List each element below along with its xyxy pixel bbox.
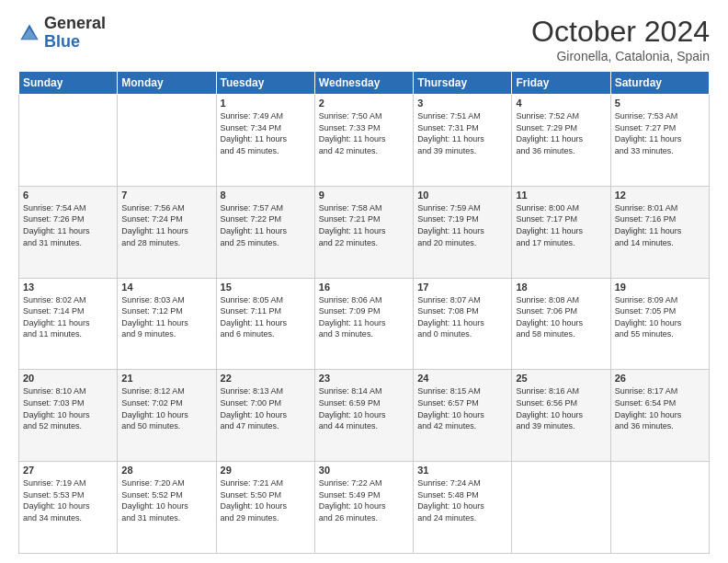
day-number: 2 [319,98,409,109]
calendar-cell: 28Sunrise: 7:20 AM Sunset: 5:52 PM Dayli… [118,462,216,554]
day-info: Sunrise: 7:51 AM Sunset: 7:31 PM Dayligh… [417,110,507,156]
day-number: 14 [121,282,211,293]
col-saturday: Saturday [610,72,709,95]
day-number: 11 [516,190,606,201]
calendar-cell: 4Sunrise: 7:52 AM Sunset: 7:29 PM Daylig… [512,95,610,187]
calendar-cell: 9Sunrise: 7:58 AM Sunset: 7:21 PM Daylig… [314,186,413,278]
day-number: 13 [23,282,113,293]
logo-text: General Blue [44,15,106,52]
calendar-cell: 5Sunrise: 7:53 AM Sunset: 7:27 PM Daylig… [610,95,709,187]
day-number: 31 [417,465,507,476]
day-info: Sunrise: 7:20 AM Sunset: 5:52 PM Dayligh… [121,477,211,523]
calendar-cell [19,95,118,187]
calendar-cell: 20Sunrise: 8:10 AM Sunset: 7:03 PM Dayli… [19,370,118,462]
calendar-cell: 19Sunrise: 8:09 AM Sunset: 7:05 PM Dayli… [610,278,709,370]
day-info: Sunrise: 8:15 AM Sunset: 6:57 PM Dayligh… [417,385,507,431]
day-info: Sunrise: 7:52 AM Sunset: 7:29 PM Dayligh… [516,110,606,156]
calendar-cell: 16Sunrise: 8:06 AM Sunset: 7:09 PM Dayli… [314,278,413,370]
calendar-cell: 7Sunrise: 7:56 AM Sunset: 7:24 PM Daylig… [118,186,216,278]
day-number: 28 [121,465,211,476]
calendar-cell: 13Sunrise: 8:02 AM Sunset: 7:14 PM Dayli… [19,278,118,370]
day-info: Sunrise: 8:16 AM Sunset: 6:56 PM Dayligh… [516,385,606,431]
day-info: Sunrise: 7:50 AM Sunset: 7:33 PM Dayligh… [319,110,409,156]
day-number: 20 [23,373,113,384]
col-sunday: Sunday [19,72,118,95]
day-number: 12 [615,190,705,201]
day-number: 21 [121,373,211,384]
calendar-cell: 18Sunrise: 8:08 AM Sunset: 7:06 PM Dayli… [512,278,610,370]
day-info: Sunrise: 8:17 AM Sunset: 6:54 PM Dayligh… [615,385,705,431]
day-info: Sunrise: 7:22 AM Sunset: 5:49 PM Dayligh… [319,477,409,523]
col-thursday: Thursday [414,72,512,95]
calendar-cell: 11Sunrise: 8:00 AM Sunset: 7:17 PM Dayli… [512,186,610,278]
day-info: Sunrise: 8:09 AM Sunset: 7:05 PM Dayligh… [615,294,705,340]
day-info: Sunrise: 7:54 AM Sunset: 7:26 PM Dayligh… [23,202,113,248]
day-number: 29 [221,465,311,476]
calendar-week-5: 27Sunrise: 7:19 AM Sunset: 5:53 PM Dayli… [19,462,710,554]
calendar-cell: 26Sunrise: 8:17 AM Sunset: 6:54 PM Dayli… [610,370,709,462]
day-number: 18 [516,282,606,293]
day-info: Sunrise: 7:53 AM Sunset: 7:27 PM Dayligh… [615,110,705,156]
calendar-cell: 31Sunrise: 7:24 AM Sunset: 5:48 PM Dayli… [414,462,512,554]
month-title: October 2024 [531,15,710,49]
calendar-cell: 22Sunrise: 8:13 AM Sunset: 7:00 PM Dayli… [216,370,314,462]
day-info: Sunrise: 8:08 AM Sunset: 7:06 PM Dayligh… [516,294,606,340]
calendar-week-4: 20Sunrise: 8:10 AM Sunset: 7:03 PM Dayli… [19,370,710,462]
col-tuesday: Tuesday [216,72,314,95]
day-number: 15 [221,282,311,293]
day-number: 10 [417,190,507,201]
day-number: 22 [221,373,311,384]
calendar-cell: 30Sunrise: 7:22 AM Sunset: 5:49 PM Dayli… [314,462,413,554]
day-info: Sunrise: 7:57 AM Sunset: 7:22 PM Dayligh… [221,202,311,248]
day-info: Sunrise: 8:00 AM Sunset: 7:17 PM Dayligh… [516,202,606,248]
day-number: 3 [417,98,507,109]
day-info: Sunrise: 7:21 AM Sunset: 5:50 PM Dayligh… [221,477,311,523]
day-number: 17 [417,282,507,293]
calendar-header: Sunday Monday Tuesday Wednesday Thursday… [19,72,710,95]
calendar-cell [118,95,216,187]
calendar-cell [512,462,610,554]
day-info: Sunrise: 8:14 AM Sunset: 6:59 PM Dayligh… [319,385,409,431]
day-info: Sunrise: 7:59 AM Sunset: 7:19 PM Dayligh… [417,202,507,248]
col-friday: Friday [512,72,610,95]
calendar-cell: 17Sunrise: 8:07 AM Sunset: 7:08 PM Dayli… [414,278,512,370]
calendar-cell: 25Sunrise: 8:16 AM Sunset: 6:56 PM Dayli… [512,370,610,462]
header-row: Sunday Monday Tuesday Wednesday Thursday… [19,72,710,95]
day-number: 26 [615,373,705,384]
calendar-cell: 1Sunrise: 7:49 AM Sunset: 7:34 PM Daylig… [216,95,314,187]
col-wednesday: Wednesday [314,72,413,95]
logo-icon [18,22,40,44]
day-number: 8 [221,190,311,201]
calendar-week-2: 6Sunrise: 7:54 AM Sunset: 7:26 PM Daylig… [19,186,710,278]
calendar-cell: 15Sunrise: 8:05 AM Sunset: 7:11 PM Dayli… [216,278,314,370]
col-monday: Monday [118,72,216,95]
logo-blue-text: Blue [44,33,106,52]
calendar-cell: 10Sunrise: 7:59 AM Sunset: 7:19 PM Dayli… [414,186,512,278]
day-info: Sunrise: 7:24 AM Sunset: 5:48 PM Dayligh… [417,477,507,523]
day-info: Sunrise: 8:01 AM Sunset: 7:16 PM Dayligh… [615,202,705,248]
page: General Blue October 2024 Gironella, Cat… [0,0,728,563]
day-info: Sunrise: 8:07 AM Sunset: 7:08 PM Dayligh… [417,294,507,340]
calendar-cell: 29Sunrise: 7:21 AM Sunset: 5:50 PM Dayli… [216,462,314,554]
calendar-cell: 8Sunrise: 7:57 AM Sunset: 7:22 PM Daylig… [216,186,314,278]
day-number: 23 [319,373,409,384]
day-number: 4 [516,98,606,109]
day-info: Sunrise: 8:02 AM Sunset: 7:14 PM Dayligh… [23,294,113,340]
calendar-cell: 21Sunrise: 8:12 AM Sunset: 7:02 PM Dayli… [118,370,216,462]
day-number: 9 [319,190,409,201]
day-info: Sunrise: 7:58 AM Sunset: 7:21 PM Dayligh… [319,202,409,248]
calendar-cell [610,462,709,554]
day-number: 27 [23,465,113,476]
day-number: 24 [417,373,507,384]
day-number: 5 [615,98,705,109]
day-number: 30 [319,465,409,476]
calendar-week-3: 13Sunrise: 8:02 AM Sunset: 7:14 PM Dayli… [19,278,710,370]
day-number: 16 [319,282,409,293]
day-number: 1 [221,98,311,109]
calendar-week-1: 1Sunrise: 7:49 AM Sunset: 7:34 PM Daylig… [19,95,710,187]
header: General Blue October 2024 Gironella, Cat… [18,15,710,63]
day-info: Sunrise: 8:05 AM Sunset: 7:11 PM Dayligh… [221,294,311,340]
title-block: October 2024 Gironella, Catalonia, Spain [531,15,710,63]
day-number: 25 [516,373,606,384]
logo: General Blue [18,15,106,52]
